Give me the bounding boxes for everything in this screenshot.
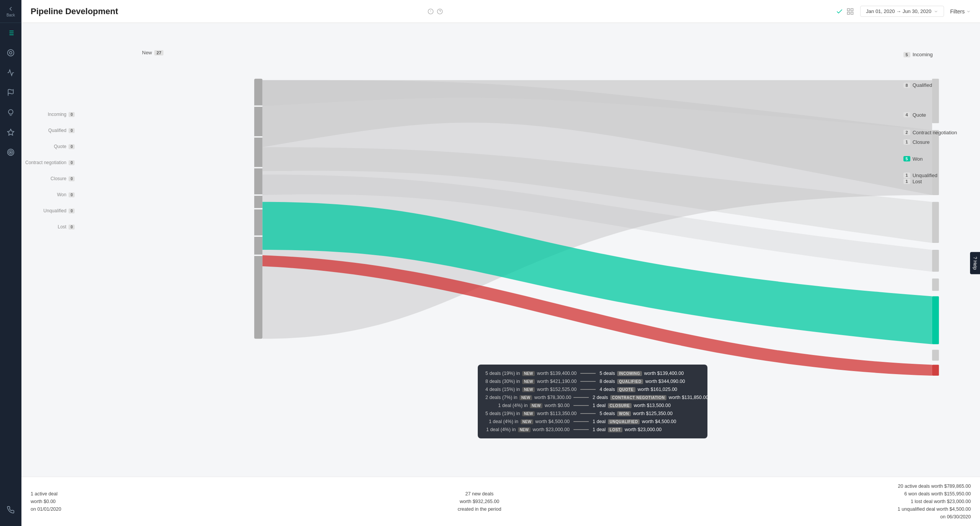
stat-left: 1 active deal worth $0.00 on 01/01/2020 [31, 490, 61, 513]
question-icon[interactable] [437, 8, 443, 15]
svg-rect-21 [851, 12, 853, 14]
stat-center: 27 new deals worth $932,265.00 created i… [457, 490, 501, 513]
svg-marker-9 [8, 129, 14, 135]
right-labels: 5 Incoming 8 Qualified 4 Quote 2 Contrac… [902, 23, 957, 477]
svg-rect-20 [848, 12, 850, 14]
svg-point-7 [10, 52, 12, 54]
check-view-icon[interactable] [836, 8, 843, 15]
grid-view-icon[interactable] [846, 8, 854, 15]
date-range-picker[interactable]: Jan 01, 2020 → Jun 30, 2020 [860, 6, 944, 17]
tooltip-row-5: 1 deal (4%) in NEW worth $0.00 1 deal CL… [485, 403, 700, 408]
right-label-lost: 1 Lost [902, 178, 957, 184]
tooltip-row-3: 4 deals (15%) in NEW worth $152,525.00 4… [485, 387, 700, 392]
right-label-closure: 1 Closure [902, 138, 957, 145]
activity-nav-icon[interactable] [0, 63, 21, 83]
tooltip-row-1: 5 deals (19%) in NEW worth $139,400.00 5… [485, 371, 700, 376]
right-label-incoming: 5 Incoming [902, 42, 957, 67]
right-label-unqualified: 1 Unqualified [902, 172, 957, 178]
palette-nav-icon[interactable] [0, 43, 21, 63]
reports-nav-icon[interactable] [0, 23, 21, 43]
page-title: Pipeline Development [31, 7, 424, 16]
back-button[interactable]: Back [0, 0, 21, 23]
header-controls: Jan 01, 2020 → Jun 30, 2020 Filters [836, 6, 971, 17]
back-label: Back [7, 13, 15, 17]
tooltip-row-4: 2 deals (7%) in NEW worth $78,300.00 2 d… [485, 395, 700, 400]
bottom-stats: 1 active deal worth $0.00 on 01/01/2020 … [21, 477, 980, 526]
svg-point-10 [8, 149, 14, 156]
sankey-chart: New 27 Incoming 0 Qualified 0 Quote 0 [21, 23, 980, 477]
help-button[interactable]: ? Help [970, 252, 980, 274]
content-area: New 27 Incoming 0 Qualified 0 Quote 0 [21, 23, 980, 526]
bulb-nav-icon[interactable] [0, 103, 21, 122]
tooltip-row-7: 1 deal (4%) in NEW worth $4,500.00 1 dea… [485, 419, 700, 424]
right-label-quote: 4 Quote [902, 103, 957, 126]
svg-rect-19 [851, 8, 853, 11]
right-label-qualified: 8 Qualified [902, 67, 957, 103]
svg-rect-18 [848, 8, 850, 11]
filters-chevron-icon [966, 9, 971, 14]
view-toggle [836, 8, 854, 15]
date-range-text: Jan 01, 2020 → Jun 30, 2020 [866, 8, 931, 14]
sidebar: Back [0, 0, 21, 526]
chevron-down-icon [934, 9, 938, 14]
tooltip-row-2: 8 deals (30%) in NEW worth $421,190.00 8… [485, 379, 700, 384]
info-icon[interactable] [428, 8, 434, 15]
svg-point-11 [9, 150, 13, 154]
flag-nav-icon[interactable] [0, 83, 21, 103]
stat-right: 20 active deals worth $789,865.00 6 won … [898, 482, 971, 521]
svg-point-6 [8, 50, 14, 56]
right-label-won: 5 Won [902, 145, 957, 172]
svg-point-12 [10, 151, 11, 153]
main-content: Pipeline Development Jan 01, 2020 → Jun … [21, 0, 980, 526]
tooltip-row-8: 1 deal (4%) in NEW worth $23,000.00 1 de… [485, 427, 700, 432]
filters-button[interactable]: Filters [950, 8, 971, 15]
target-nav-icon[interactable] [0, 142, 21, 162]
header: Pipeline Development Jan 01, 2020 → Jun … [21, 0, 980, 23]
star-nav-icon[interactable] [0, 122, 21, 142]
tooltip-row-6: 5 deals (19%) in NEW worth $113,350.00 5… [485, 411, 700, 416]
phone-nav-icon[interactable] [0, 500, 21, 520]
sankey-tooltip: 5 deals (19%) in NEW worth $139,400.00 5… [478, 365, 707, 438]
filters-label: Filters [950, 8, 965, 15]
right-label-contract: 2 Contract negotiation [902, 126, 957, 138]
help-label: ? Help [972, 256, 978, 270]
header-info-icons [428, 8, 443, 15]
